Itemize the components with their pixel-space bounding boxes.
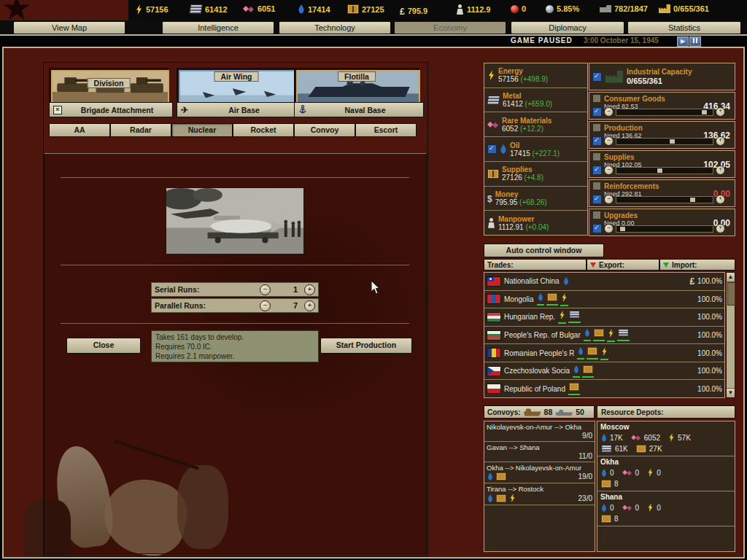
- scrollbar-thumb[interactable]: [727, 282, 735, 306]
- tab-convoy[interactable]: Convoy: [294, 123, 355, 137]
- production-increase[interactable]: +: [716, 136, 725, 146]
- menu-statistics[interactable]: Statistics: [627, 21, 741, 34]
- convoy-route-row[interactable]: Nikolayevsk-on-Amur --> Okha 9/0: [484, 421, 595, 442]
- parallel-runs-increase-button[interactable]: +: [304, 300, 315, 311]
- soviet-star-icon: ★: [1, 0, 31, 20]
- supplies-cell: Supplies Need 102.05 102.05 − +: [589, 150, 735, 178]
- serial-runs-label: Serial Runs:: [155, 285, 258, 294]
- bulgaria-flag: [487, 330, 501, 341]
- consumer-goods-increase[interactable]: +: [716, 107, 725, 117]
- plane-icon: ✈: [181, 105, 188, 115]
- category-flotilla-label: Flotilla: [338, 71, 376, 82]
- category-flotilla-button[interactable]: Flotilla: [294, 68, 419, 103]
- trade-row-romania[interactable]: Romanian People's R 100.0%: [484, 344, 724, 362]
- industrial-capacity-checkbox[interactable]: [592, 72, 602, 82]
- consumer-goods-slider[interactable]: [616, 109, 713, 116]
- menu-view-map[interactable]: View Map: [13, 21, 125, 34]
- parallel-runs-decrease-button[interactable]: −: [260, 300, 271, 311]
- energy-icon: [487, 70, 495, 80]
- tab-nuclear[interactable]: Nuclear: [171, 123, 233, 137]
- game-paused-label: GAME PAUSED: [511, 36, 573, 44]
- supplies-icon: [583, 365, 593, 373]
- info-required-ic: Requires 70.0 IC.: [155, 342, 314, 351]
- supplies-icon: [487, 169, 499, 179]
- parallel-runs-label: Parallel Runs:: [155, 301, 258, 310]
- category-division-button[interactable]: Division: [49, 68, 169, 103]
- supplies-increase[interactable]: +: [716, 166, 725, 175]
- serial-runs-increase-button[interactable]: +: [304, 284, 315, 295]
- air-base-button[interactable]: ✈ Air Base: [177, 102, 301, 117]
- game-date: 3:00 October 15, 1945: [584, 36, 659, 44]
- auto-control-window-button[interactable]: Auto control window: [484, 244, 604, 257]
- scroll-down-button[interactable]: ▼: [727, 388, 735, 397]
- pause-button[interactable]: [689, 36, 701, 47]
- trade-row-hungary[interactable]: Hungarian Rep. 100.0%: [484, 308, 724, 327]
- anchor-icon: [298, 105, 307, 114]
- divider: [61, 323, 409, 324]
- tab-escort[interactable]: Escort: [355, 123, 417, 137]
- production-slider[interactable]: [616, 138, 713, 145]
- energy-icon: [647, 468, 654, 477]
- supplies-decrease[interactable]: −: [604, 166, 614, 175]
- consumer-goods-decrease[interactable]: −: [604, 107, 614, 117]
- reinforcements-slider[interactable]: [616, 196, 713, 203]
- menu-economy[interactable]: Economy: [394, 21, 506, 34]
- reinforcements-decrease[interactable]: −: [604, 195, 614, 204]
- scroll-up-button[interactable]: ▲: [727, 273, 735, 282]
- serial-runs-value: 1: [273, 285, 302, 294]
- topbar-energy: 57156: [135, 4, 169, 15]
- energy-label: Energy: [498, 67, 548, 75]
- convoy-route-row[interactable]: Gavan --> Shana 11/0: [484, 442, 595, 462]
- close-button[interactable]: Close: [66, 338, 141, 354]
- brigade-attachment-button[interactable]: × Brigade Attachment: [49, 102, 173, 117]
- manpower-icon: [487, 218, 495, 228]
- oil-checkbox[interactable]: [487, 144, 497, 154]
- upgrades-decrease[interactable]: −: [604, 224, 614, 233]
- menu-diplomacy[interactable]: Diplomacy: [511, 21, 624, 34]
- trade-row-czechoslovakia[interactable]: Czechoslovak Socia 100.0%: [484, 362, 724, 381]
- upgrades-checkbox[interactable]: [592, 224, 602, 233]
- reinforcements-checkbox[interactable]: [592, 195, 602, 204]
- v1-rocket-photo: [166, 188, 303, 254]
- consumer-goods-checkbox[interactable]: [592, 107, 602, 117]
- tab-rocket[interactable]: Rocket: [233, 123, 294, 137]
- trade-row-poland[interactable]: Republic of Poland 100.0%: [484, 380, 724, 397]
- topbar-metal-value: 61412: [205, 5, 228, 14]
- naval-base-button[interactable]: Naval Base: [294, 102, 424, 117]
- metal-icon: [601, 445, 611, 453]
- resource-depots-bar: Resource Depots:: [597, 405, 735, 419]
- transports-icon: [511, 5, 519, 13]
- topbar-dissent-value: 5.85%: [557, 4, 579, 13]
- production-decrease[interactable]: −: [604, 136, 614, 146]
- topbar-money: 795.9: [400, 4, 427, 18]
- economy-sliders: Industrial Capacity 0/655/361 Consumer G…: [589, 63, 735, 238]
- menu-intelligence[interactable]: Intelligence: [162, 21, 274, 34]
- trade-list-scrollbar[interactable]: ▲ ▼: [726, 272, 735, 398]
- supplies-slider[interactable]: [616, 167, 713, 174]
- production-icon: [592, 123, 601, 132]
- mongolia-flag: [487, 294, 501, 304]
- convoys-bar: Convoys: 88 50: [484, 405, 595, 419]
- menu-technology[interactable]: Technology: [279, 21, 391, 34]
- rare-label: Rare Materials: [502, 117, 551, 125]
- topbar-art: ★: [0, 0, 128, 20]
- tab-aa[interactable]: AA: [49, 123, 110, 137]
- category-air-wing-button[interactable]: Air Wing: [177, 68, 296, 103]
- supplies-checkbox[interactable]: [592, 166, 602, 175]
- start-production-button[interactable]: Start Production: [320, 338, 412, 354]
- upgrades-increase[interactable]: +: [716, 224, 725, 233]
- trade-row-nationalist-china[interactable]: Nationalist China 100.0%: [484, 273, 724, 291]
- resource-row-energy: Energy 57156 (+498.9): [484, 63, 587, 88]
- convoy-route-row[interactable]: Okha --> Nikolayevsk-on-Amur 19/0: [484, 462, 595, 483]
- convoy-route-row[interactable]: Tirana --> Rostock 23/0: [484, 483, 595, 505]
- upgrades-slider[interactable]: [616, 225, 713, 233]
- oil-icon: [562, 277, 569, 285]
- tab-radar[interactable]: Radar: [110, 123, 171, 137]
- play-button[interactable]: ▶: [677, 36, 689, 47]
- topbar-energy-value: 57156: [146, 5, 169, 14]
- serial-runs-decrease-button[interactable]: −: [260, 284, 271, 295]
- production-checkbox[interactable]: [592, 136, 602, 146]
- trade-row-bulgaria[interactable]: People's Rep. of Bulgar 100.0%: [484, 327, 724, 345]
- reinforcements-increase[interactable]: +: [716, 195, 725, 204]
- trade-row-mongolia[interactable]: Mongolia 100.0%: [484, 291, 724, 309]
